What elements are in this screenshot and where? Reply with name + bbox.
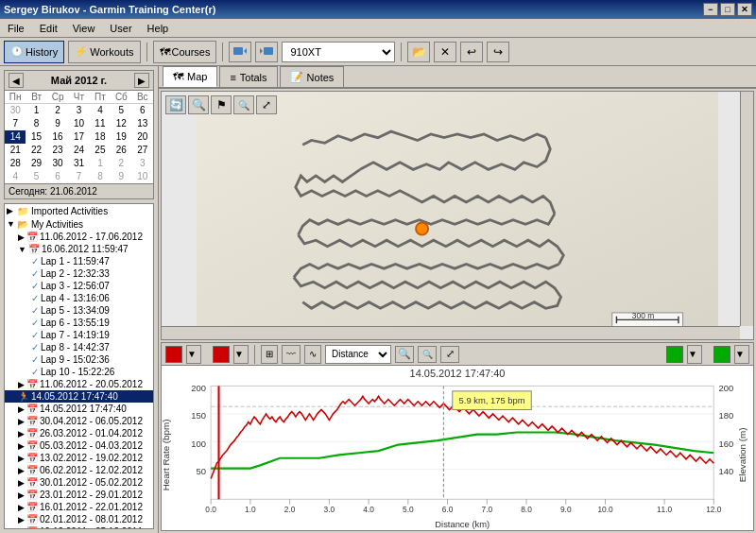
cal-day[interactable]: 21 (5, 144, 26, 157)
cal-day[interactable]: 2 (47, 104, 68, 117)
cal-day[interactable]: 9 (111, 170, 131, 183)
chart-color-btn-r2[interactable] (713, 346, 730, 363)
selected-activity[interactable]: 🏃 14.05.2012 17:47:40 (5, 390, 153, 403)
cal-day[interactable]: 10 (68, 117, 89, 130)
cal-day[interactable]: 10 (132, 170, 153, 183)
list-item[interactable]: ▶ 📅 30.04.2012 - 06.05.2012 (5, 415, 153, 427)
cal-day[interactable]: 9 (47, 117, 68, 130)
menu-view[interactable]: View (69, 21, 99, 36)
cal-day[interactable]: 22 (26, 144, 46, 157)
cal-day[interactable]: 11 (90, 117, 111, 130)
list-item[interactable]: ✓ Lap 4 - 13:16:06 (5, 292, 153, 304)
cal-day[interactable]: 24 (68, 144, 89, 157)
cal-day[interactable]: 6 (47, 170, 68, 183)
cal-day[interactable]: 13 (132, 117, 153, 130)
menu-user[interactable]: User (106, 21, 135, 36)
list-item[interactable]: ✓ Lap 9 - 15:02:36 (5, 353, 153, 366)
list-item[interactable]: ✓ Lap 3 - 12:56:07 (5, 280, 153, 292)
list-item[interactable]: ▶ 📅 23.01.2012 - 29.01.2012 (5, 489, 153, 501)
courses-button[interactable]: 🗺 Courses (153, 41, 217, 63)
close-button[interactable]: ✕ (737, 3, 752, 16)
cal-day[interactable]: 3 (68, 104, 89, 117)
chart-color-btn-right[interactable] (213, 346, 230, 363)
cal-day[interactable]: 4 (5, 170, 26, 183)
menu-file[interactable]: File (4, 21, 28, 36)
chart-zoom-out[interactable]: 🔍 (418, 346, 437, 363)
list-item[interactable]: ▶ 📅 30.01.2012 - 05.02.2012 (5, 476, 153, 489)
map-scrollbar-vertical[interactable] (740, 92, 753, 326)
list-item[interactable]: ▶ 📅 26.03.2012 - 01.04.2012 (5, 427, 153, 439)
cal-day[interactable]: 29 (26, 157, 46, 170)
receive-button[interactable] (229, 42, 251, 62)
list-item[interactable]: ✓ Lap 8 - 14:42:37 (5, 341, 153, 353)
send-button[interactable] (255, 42, 278, 62)
cal-day[interactable]: 8 (90, 170, 111, 183)
cal-day[interactable]: 20 (132, 130, 153, 144)
chart-smooth-button[interactable]: ∿ (304, 345, 321, 364)
list-item[interactable]: ▶ 📅 05.03.2012 - 04.03.2012 (5, 439, 153, 452)
cal-day[interactable]: 5 (111, 104, 131, 117)
cal-day[interactable]: 18 (90, 130, 111, 144)
list-item[interactable]: ▶ 📅 02.01.2012 - 08.01.2012 (5, 513, 153, 525)
list-item[interactable]: ▶ 📅 19.12.2011 - 25.12.2011 (5, 525, 153, 529)
cal-day[interactable]: 17 (68, 130, 89, 144)
chart-dropdown-left[interactable]: ▼ (186, 345, 201, 364)
menu-help[interactable]: Help (144, 21, 173, 36)
map-zoom-in-button[interactable]: 🔍 (188, 95, 209, 114)
cal-day-today[interactable]: 14 (5, 130, 26, 144)
device-select[interactable]: 910XT (282, 42, 395, 62)
history-button[interactable]: 🕐 History (4, 41, 64, 63)
list-item[interactable]: ✓ Lap 6 - 13:55:19 (5, 317, 153, 329)
cal-day[interactable]: 16 (47, 130, 68, 144)
cal-day[interactable]: 26 (111, 144, 131, 157)
menu-edit[interactable]: Edit (36, 21, 61, 36)
maximize-button[interactable]: □ (720, 3, 735, 16)
cal-day[interactable]: 7 (68, 170, 89, 183)
cal-day[interactable]: 8 (26, 117, 46, 130)
chart-x-axis-select[interactable]: Distance (325, 345, 391, 364)
map-scrollbar-horizontal[interactable] (162, 326, 740, 339)
import-button[interactable]: 📂 (407, 42, 430, 62)
list-item[interactable]: ✓ Lap 1 - 11:59:47 (5, 255, 153, 267)
calendar-next[interactable]: ▶ (134, 73, 149, 88)
cal-day[interactable]: 3 (132, 157, 153, 170)
cal-day[interactable]: 19 (111, 130, 131, 144)
list-item[interactable]: ▶ 📅 13.02.2012 - 19.02.2012 (5, 452, 153, 464)
cal-day[interactable]: 2 (111, 157, 131, 170)
list-item[interactable]: ✓ Lap 5 - 13:34:09 (5, 304, 153, 317)
list-item[interactable]: ✓ Lap 7 - 14:19:19 (5, 329, 153, 341)
chart-dropdown-r2[interactable]: ▼ (734, 345, 749, 364)
map-reset-button[interactable]: 🔄 (165, 95, 186, 114)
chart-color-btn-left[interactable] (165, 346, 182, 363)
map-zoom-out-button[interactable]: 🔍 (233, 95, 254, 114)
chart-dropdown-right[interactable]: ▼ (233, 345, 249, 364)
map-fit-button[interactable]: ⤢ (256, 95, 277, 114)
tab-totals[interactable]: ≡ Totals (219, 66, 277, 87)
list-item[interactable]: ▶ 📅 06.02.2012 - 12.02.2012 (5, 464, 153, 476)
cal-day[interactable]: 5 (26, 170, 46, 183)
delete-button[interactable]: ✕ (434, 42, 456, 62)
tab-map[interactable]: 🗺 Map (163, 66, 217, 87)
redo-button[interactable]: ↪ (487, 42, 509, 62)
list-item[interactable]: ▶ 📅 14.05.2012 17:47:40 (5, 403, 153, 415)
cal-day[interactable]: 4 (90, 104, 111, 117)
cal-day[interactable]: 25 (90, 144, 111, 157)
map-flag-button[interactable]: ⚑ (211, 95, 232, 114)
chart-line-button[interactable]: 〰 (282, 345, 301, 364)
chart-color-btn-r1[interactable] (666, 346, 683, 363)
list-item[interactable]: ▼ 📅 16.06.2012 11:59:47 (5, 243, 153, 255)
chart-grid-button[interactable]: ⊞ (261, 345, 278, 364)
chart-dropdown-r1[interactable]: ▼ (687, 345, 702, 364)
list-item[interactable]: ✓ Lap 10 - 15:22:26 (5, 366, 153, 378)
cal-day[interactable]: 23 (47, 144, 68, 157)
workouts-button[interactable]: ⚡ Workouts (68, 41, 140, 63)
calendar-prev[interactable]: ◀ (9, 73, 24, 88)
tree-my-activities-header[interactable]: ▼ 📂 My Activities (5, 217, 153, 231)
cal-day[interactable]: 31 (68, 157, 89, 170)
cal-day[interactable]: 28 (5, 157, 26, 170)
cal-day[interactable]: 1 (26, 104, 46, 117)
cal-day[interactable]: 30 (5, 104, 26, 117)
cal-day[interactable]: 27 (132, 144, 153, 157)
list-item[interactable]: ▶ 📅 11.06.2012 - 20.05.2012 (5, 378, 153, 390)
list-item[interactable]: ▶ 📅 11.06.2012 - 17.06.2012 (5, 231, 153, 243)
